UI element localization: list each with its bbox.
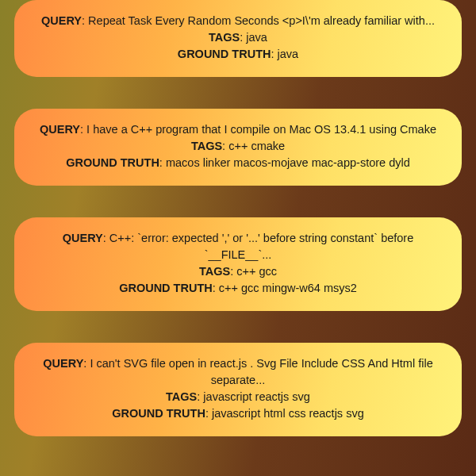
tags-row: TAGS: javascript reactjs svg (32, 389, 444, 405)
result-card: QUERY: I have a C++ program that I compi… (14, 109, 462, 186)
ground-truth-row: GROUND TRUTH: macos linker macos-mojave … (32, 155, 444, 171)
query-row: QUERY: I can't SVG file open in react.js… (32, 355, 444, 389)
colon: : (82, 14, 88, 27)
tags-row: TAGS: java (32, 29, 444, 46)
ground-truth-text: c++ gcc mingw-w64 msys2 (219, 282, 357, 294)
ground-truth-row: GROUND TRUTH: java (32, 46, 444, 63)
colon: : (205, 407, 212, 420)
colon: : (159, 156, 166, 169)
query-label: QUERY (41, 14, 82, 27)
query-label: QUERY (40, 123, 80, 136)
tags-label: TAGS (166, 390, 197, 403)
query-text: Repeat Task Every Random Seconds <p>I\'m… (88, 14, 435, 27)
query-label: QUERY (63, 232, 103, 244)
ground-truth-text: macos linker macos-mojave mac-app-store … (166, 156, 410, 169)
ground-truth-label: GROUND TRUTH (112, 407, 205, 420)
tags-row: TAGS: c++ gcc (32, 263, 444, 280)
query-row: QUERY: I have a C++ program that I compi… (32, 121, 444, 138)
colon: : (80, 123, 86, 136)
tags-text: c++ gcc (236, 265, 277, 278)
tags-row: TAGS: c++ cmake (32, 138, 444, 155)
tags-text: javascript reactjs svg (203, 390, 310, 403)
ground-truth-text: javascript html css reactjs svg (212, 407, 364, 420)
query-row: QUERY: Repeat Task Every Random Seconds … (32, 13, 444, 29)
ground-truth-label: GROUND TRUTH (119, 282, 213, 294)
colon: : (222, 140, 228, 152)
ground-truth-label: GROUND TRUTH (178, 48, 271, 60)
query-text: I have a C++ program that I compile on M… (86, 123, 436, 136)
query-row: QUERY: C++: `error: expected ',' or '...… (32, 230, 444, 263)
query-text: C++: `error: expected ',' or '...' befor… (109, 232, 413, 261)
result-card: QUERY: Repeat Task Every Random Seconds … (14, 0, 462, 77)
tags-label: TAGS (199, 265, 230, 278)
colon: : (213, 282, 219, 294)
query-label: QUERY (43, 357, 83, 370)
colon: : (271, 48, 277, 60)
query-text: I can't SVG file open in react.js . Svg … (90, 357, 432, 386)
tags-label: TAGS (209, 31, 240, 44)
ground-truth-row: GROUND TRUTH: javascript html css reactj… (32, 405, 444, 422)
tags-label: TAGS (191, 140, 222, 152)
result-card: QUERY: C++: `error: expected ',' or '...… (14, 217, 462, 311)
ground-truth-text: java (278, 48, 299, 60)
ground-truth-row: GROUND TRUTH: c++ gcc mingw-w64 msys2 (32, 280, 444, 297)
colon: : (103, 232, 109, 244)
result-card: QUERY: I can't SVG file open in react.js… (14, 343, 462, 436)
ground-truth-label: GROUND TRUTH (66, 156, 159, 169)
tags-text: java (246, 31, 267, 44)
tags-text: c++ cmake (228, 140, 285, 152)
